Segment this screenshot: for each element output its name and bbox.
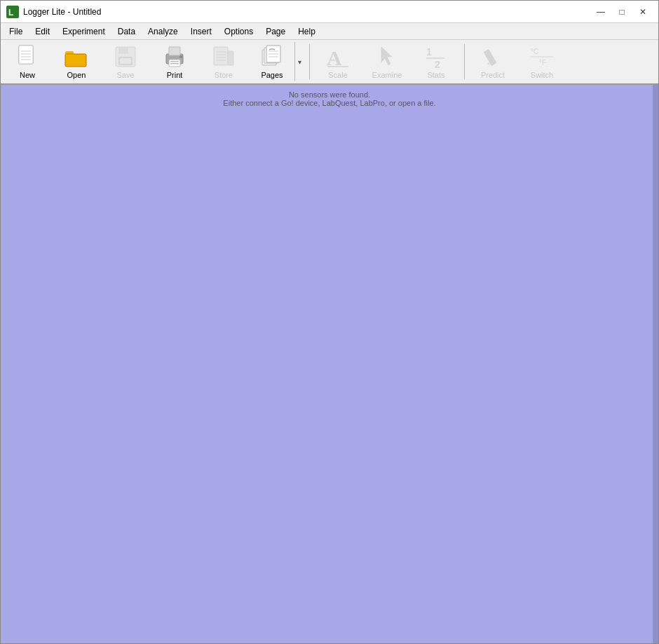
stats-icon: 1 2	[422, 44, 450, 69]
svg-rect-17	[169, 47, 180, 55]
print-icon	[161, 44, 189, 69]
switch-button[interactable]: °C °F Switch	[518, 41, 566, 82]
window-title: Logger Lite - Untitled	[23, 7, 101, 17]
svg-rect-15	[120, 58, 131, 64]
title-bar: L Logger Lite - Untitled — □ ✕	[1, 1, 658, 23]
status-message: No sensors were found. Either connect a …	[223, 90, 435, 107]
menu-bar: File Edit Experiment Data Analyze Insert…	[1, 23, 658, 40]
menu-edit[interactable]: Edit	[29, 25, 55, 38]
app-window: L Logger Lite - Untitled — □ ✕ File Edit…	[0, 0, 659, 644]
examine-label: Examine	[372, 71, 402, 79]
svg-rect-39	[484, 50, 496, 66]
scale-icon: A	[324, 44, 352, 69]
svg-text:L: L	[8, 8, 13, 18]
save-label: Save	[116, 71, 134, 79]
svg-rect-10	[65, 54, 86, 67]
menu-options[interactable]: Options	[219, 25, 259, 38]
print-label: Print	[167, 71, 183, 79]
app-icon: L	[6, 6, 19, 18]
save-icon	[111, 44, 140, 69]
switch-label: Switch	[531, 71, 553, 79]
menu-experiment[interactable]: Experiment	[57, 25, 111, 38]
new-icon	[13, 44, 41, 69]
examine-icon	[373, 44, 401, 69]
scale-button[interactable]: A Scale	[314, 41, 362, 82]
scale-label: Scale	[328, 71, 348, 79]
minimize-button[interactable]: —	[591, 4, 611, 20]
stats-label: Stats	[427, 71, 444, 79]
new-button[interactable]: New	[4, 41, 51, 82]
examine-button[interactable]: Examine	[363, 41, 411, 82]
svg-text:1: 1	[426, 46, 432, 57]
svg-text:A: A	[327, 46, 342, 69]
svg-rect-23	[228, 51, 233, 65]
stats-button[interactable]: 1 2 Stats	[412, 41, 460, 82]
menu-file[interactable]: File	[4, 25, 28, 38]
open-icon	[62, 44, 90, 69]
menu-analyze[interactable]: Analyze	[142, 25, 184, 38]
scrollbar[interactable]	[653, 85, 658, 643]
pages-button[interactable]: Pages ▾	[249, 41, 305, 82]
svg-rect-3	[19, 46, 33, 64]
store-label: Store	[215, 71, 233, 79]
pages-icon	[258, 44, 286, 69]
svg-rect-13	[118, 47, 128, 54]
status-line2: Either connect a Go! device, LabQuest, L…	[223, 99, 435, 107]
title-bar-left: L Logger Lite - Untitled	[6, 6, 101, 18]
menu-help[interactable]: Help	[292, 25, 321, 38]
switch-icon: °C °F	[528, 44, 556, 69]
svg-rect-22	[214, 47, 228, 65]
svg-marker-40	[487, 62, 490, 65]
menu-insert[interactable]: Insert	[185, 25, 217, 38]
content-area: No sensors were found. Either connect a …	[1, 85, 658, 643]
status-line1: No sensors were found.	[289, 90, 370, 99]
pages-label: Pages	[261, 71, 283, 79]
predict-icon	[479, 44, 507, 69]
print-button[interactable]: Print	[151, 41, 198, 82]
predict-button[interactable]: Predict	[469, 41, 517, 82]
pages-main: Pages	[250, 42, 294, 81]
toolbar-separator-2	[464, 44, 465, 79]
svg-text:°C: °C	[531, 48, 538, 55]
svg-rect-20	[170, 63, 179, 64]
window-controls: — □ ✕	[591, 4, 653, 20]
maximize-button[interactable]: □	[612, 4, 632, 20]
new-label: New	[20, 71, 35, 79]
toolbar: New Open	[1, 40, 658, 85]
store-button[interactable]: Store	[200, 41, 247, 82]
predict-label: Predict	[481, 71, 505, 79]
svg-point-21	[179, 55, 182, 58]
svg-rect-19	[170, 61, 179, 62]
save-button[interactable]: Save	[102, 41, 149, 82]
svg-text:°F: °F	[539, 59, 546, 67]
close-button[interactable]: ✕	[633, 4, 653, 20]
menu-data[interactable]: Data	[112, 25, 141, 38]
svg-text:2: 2	[435, 59, 440, 69]
menu-page[interactable]: Page	[260, 25, 291, 38]
open-button[interactable]: Open	[53, 41, 100, 82]
open-label: Open	[67, 71, 86, 79]
pages-dropdown-arrow: ▾	[294, 42, 304, 81]
store-icon	[210, 44, 238, 69]
toolbar-separator-1	[309, 44, 310, 79]
